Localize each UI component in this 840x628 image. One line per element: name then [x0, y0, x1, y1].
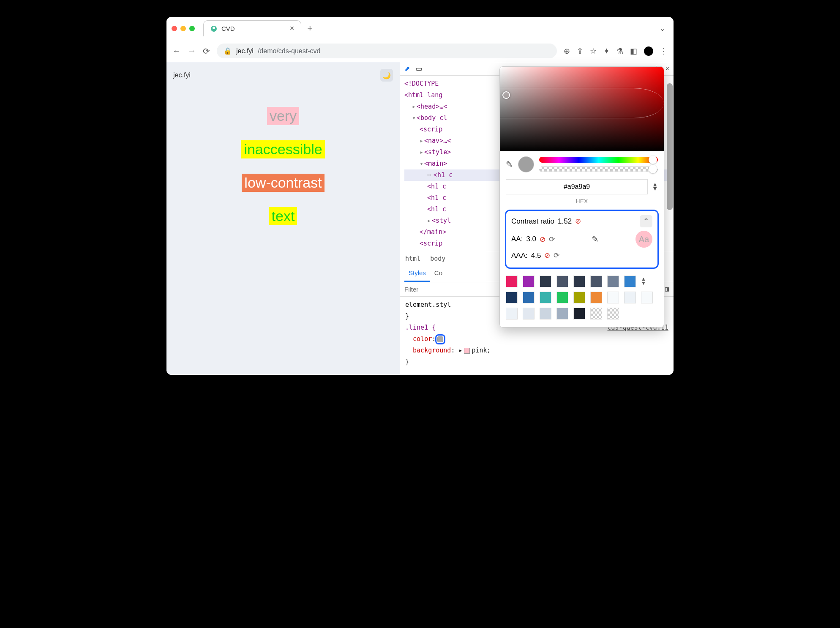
zoom-icon[interactable]: ⊕ — [564, 46, 570, 56]
tab-styles[interactable]: Styles — [404, 265, 430, 282]
tab-computed[interactable]: Co — [430, 265, 447, 282]
window-controls — [172, 26, 195, 31]
palette-swatch[interactable] — [607, 308, 619, 319]
titlebar: CVD × + ⌄ — [166, 17, 674, 40]
close-tab-icon[interactable]: × — [290, 24, 295, 33]
close-devtools-icon[interactable]: × — [665, 65, 669, 73]
palette-swatch[interactable] — [607, 292, 619, 303]
prop-color[interactable]: color — [413, 335, 432, 343]
palette-swatch[interactable] — [641, 292, 653, 303]
script-node[interactable]: <scrip — [420, 126, 442, 133]
fail-icon: ⊘ — [575, 217, 581, 226]
val-bg: pink — [472, 347, 487, 354]
format-stepper[interactable]: ▲▼ — [652, 183, 658, 191]
palette-swatch[interactable] — [573, 308, 585, 319]
new-tab-button[interactable]: + — [307, 23, 313, 34]
extensions-icon[interactable]: ✦ — [603, 46, 610, 56]
palette-swatch[interactable] — [590, 308, 602, 319]
palette-swatch[interactable] — [624, 292, 636, 303]
dark-mode-toggle[interactable]: 🌙 — [380, 69, 393, 82]
sidepanel-icon[interactable]: ◧ — [630, 46, 637, 56]
palette-swatch[interactable] — [523, 308, 535, 319]
profile-avatar[interactable] — [644, 46, 653, 56]
prop-background[interactable]: background — [413, 347, 451, 354]
h1-node[interactable]: <h1 c — [427, 194, 446, 202]
alpha-slider[interactable] — [539, 166, 658, 172]
bg-swatch[interactable] — [464, 348, 470, 354]
palette-swatch[interactable] — [506, 276, 518, 287]
menu-icon[interactable]: ⋮ — [660, 46, 668, 56]
color-spectrum[interactable] — [500, 67, 664, 151]
sample-low-contrast: low-contrast — [242, 174, 324, 192]
share-icon[interactable]: ⇪ — [577, 46, 583, 56]
palette-swatch[interactable] — [590, 292, 602, 303]
palette-swatch[interactable] — [607, 276, 619, 287]
hue-handle[interactable] — [649, 156, 657, 164]
moon-icon: 🌙 — [382, 71, 391, 79]
browser-tab[interactable]: CVD × — [203, 20, 301, 36]
sample-very: very — [267, 107, 299, 125]
nav-node[interactable]: <nav>…< — [424, 137, 451, 145]
palette-swatch[interactable] — [540, 276, 551, 287]
fix-aaa-icon[interactable]: ⟳ — [554, 251, 559, 260]
sidebar-toggle-icon[interactable]: ◨ — [665, 285, 669, 294]
palette-page-stepper[interactable]: ▲▼ — [641, 276, 648, 287]
tabs-dropdown-icon[interactable]: ⌄ — [660, 25, 665, 33]
scrollbar[interactable] — [667, 83, 673, 210]
palette-swatch[interactable] — [540, 308, 551, 319]
aa-sample-text: Aa — [639, 235, 649, 244]
eyedropper-icon[interactable]: ✎ — [506, 159, 513, 169]
star-icon[interactable]: ☆ — [590, 46, 597, 56]
h1-node-selected[interactable]: <h1 c — [434, 171, 453, 179]
toolbar-right: ⊕ ⇪ ☆ ✦ ⚗ ◧ ⋮ — [564, 46, 668, 56]
palette-swatch[interactable] — [523, 292, 535, 303]
palette-swatch[interactable] — [590, 276, 602, 287]
color-swatch[interactable] — [437, 336, 443, 342]
aa-value: 3.0 — [526, 235, 536, 243]
body-node[interactable]: <body cl — [417, 114, 447, 122]
url-field[interactable]: 🔒 jec.fyi/demo/cds-quest-cvd — [217, 44, 557, 58]
close-window[interactable] — [172, 26, 177, 31]
inspect-icon[interactable]: ⬈ — [404, 65, 410, 73]
device-toggle-icon[interactable]: ▭ — [416, 65, 422, 73]
h1-node[interactable]: <h1 c — [427, 183, 446, 190]
html-open: <html lang — [404, 91, 442, 99]
reload-button[interactable]: ⟳ — [203, 46, 210, 56]
main-node[interactable]: <main> — [424, 160, 447, 167]
palette-swatch[interactable] — [624, 276, 636, 287]
palette-swatch[interactable] — [540, 292, 551, 303]
palette-swatch[interactable] — [506, 292, 518, 303]
script-node[interactable]: <scrip — [420, 240, 442, 247]
browser-window: CVD × + ⌄ ← → ⟳ 🔒 jec.fyi/demo/cds-quest… — [166, 17, 674, 375]
palette-swatch[interactable] — [556, 276, 568, 287]
palette-swatch[interactable] — [573, 292, 585, 303]
palette-swatch[interactable] — [573, 276, 585, 287]
hue-slider[interactable] — [539, 157, 658, 163]
style-node[interactable]: <style> — [424, 148, 451, 156]
back-button[interactable]: ← — [172, 46, 181, 56]
contrast-eyedropper-icon[interactable]: ✎ — [592, 234, 599, 244]
forward-button[interactable]: → — [188, 46, 196, 56]
maximize-window[interactable] — [189, 26, 195, 31]
palette-swatch[interactable] — [556, 292, 568, 303]
h1-node[interactable]: <h1 c — [427, 205, 446, 213]
minimize-window[interactable] — [180, 26, 186, 31]
palette-swatch[interactable] — [506, 308, 518, 319]
palette-swatch[interactable] — [523, 276, 535, 287]
crumb-html[interactable]: html — [405, 255, 420, 262]
head-node[interactable]: <head>…< — [417, 103, 447, 110]
palette-swatch[interactable] — [556, 308, 568, 319]
alpha-handle[interactable] — [649, 165, 657, 173]
crumb-body[interactable]: body — [430, 255, 445, 262]
url-path: /demo/cds-quest-cvd — [258, 47, 321, 55]
style-node[interactable]: <styl — [432, 217, 451, 224]
aaa-value: 4.5 — [531, 251, 541, 260]
content-area: jec.fyi 🌙 very inaccessible low-contrast… — [166, 62, 674, 375]
element-style: element.styl — [405, 301, 451, 309]
collapse-contrast-icon[interactable]: ⌃ — [640, 215, 652, 227]
hex-input[interactable] — [506, 179, 648, 194]
spectrum-handle[interactable] — [502, 91, 510, 99]
labs-icon[interactable]: ⚗ — [616, 46, 623, 56]
svg-point-1 — [213, 27, 215, 29]
fix-aa-icon[interactable]: ⟳ — [549, 235, 555, 244]
